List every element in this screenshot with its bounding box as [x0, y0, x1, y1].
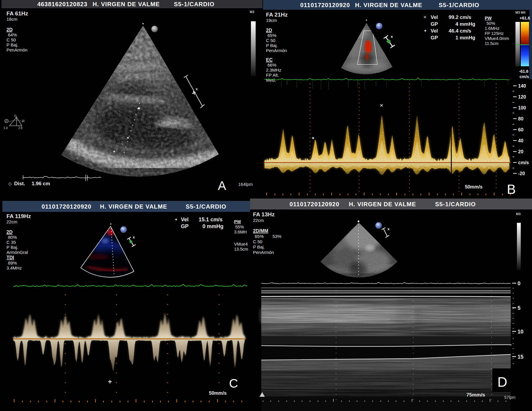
svg-text:GP: GP: [181, 223, 189, 229]
svg-text:VMue4: VMue4: [234, 242, 248, 246]
svg-text:S5-1/CARDIO: S5-1/CARDIO: [435, 201, 476, 207]
svg-text:C 35: C 35: [7, 240, 16, 245]
svg-text:100: 100: [518, 105, 526, 110]
svg-text:22cm: 22cm: [253, 218, 264, 223]
svg-text:P Baj.: P Baj.: [7, 42, 18, 47]
svg-text:89%: 89%: [8, 260, 17, 265]
svg-text:Vel: Vel: [431, 28, 438, 34]
svg-text:GP: GP: [431, 35, 438, 41]
svg-text:P: P: [6, 120, 7, 123]
svg-text:PW: PW: [234, 219, 241, 224]
svg-text:Vel: Vel: [181, 217, 189, 223]
svg-text:cm/s: cm/s: [518, 160, 529, 165]
svg-text:15: 15: [518, 354, 523, 360]
svg-text:H. VIRGEN DE VALME: H. VIRGEN DE VALME: [355, 2, 422, 8]
svg-text:M3: M3: [516, 212, 520, 216]
svg-text:-61.6: -61.6: [519, 69, 528, 74]
svg-text:PenArmón: PenArmón: [266, 48, 287, 53]
svg-text:1.6MHz: 1.6MHz: [485, 26, 499, 31]
svg-text:13.5cm: 13.5cm: [234, 247, 248, 252]
svg-text:53%: 53%: [273, 234, 281, 239]
svg-text:0: 0: [518, 281, 520, 286]
svg-text:x: x: [133, 235, 135, 239]
svg-text:x: x: [387, 227, 390, 231]
svg-text:2.8: 2.8: [18, 126, 22, 130]
svg-text:cm/s: cm/s: [520, 74, 529, 79]
svg-text:50%: 50%: [486, 21, 495, 26]
svg-text:64%: 64%: [8, 32, 17, 37]
svg-text:FA 61Hz: FA 61Hz: [7, 10, 28, 17]
svg-text:2D: 2D: [266, 28, 272, 33]
svg-text:TDI: TDI: [7, 255, 14, 260]
svg-text:1 mmHg: 1 mmHg: [455, 35, 475, 41]
svg-text:4 mmHg: 4 mmHg: [455, 21, 475, 27]
svg-text:FP Alt.: FP Alt.: [266, 72, 279, 78]
svg-text:✦: ✦: [424, 28, 427, 33]
svg-text:19cm: 19cm: [266, 18, 277, 23]
svg-text:60: 60: [518, 127, 523, 132]
svg-text:+61.6: +61.6: [520, 16, 530, 20]
svg-text:46.4 cm/s: 46.4 cm/s: [449, 28, 471, 34]
svg-text:01101720120920: 01101720120920: [42, 203, 92, 210]
svg-text:x: x: [391, 34, 393, 39]
svg-text:2D: 2D: [7, 230, 12, 235]
svg-text:10: 10: [518, 329, 523, 335]
svg-text:140: 140: [518, 83, 526, 88]
svg-text:65%: 65%: [255, 234, 264, 239]
svg-text:50mm/s: 50mm/s: [465, 184, 483, 189]
svg-text:0 mmHg: 0 mmHg: [202, 223, 223, 229]
svg-text:80%: 80%: [8, 235, 17, 240]
svg-text:P Baj.: P Baj.: [266, 43, 278, 48]
svg-text:C 50: C 50: [266, 38, 275, 43]
svg-text:VMue4.0mm: VMue4.0mm: [485, 36, 509, 41]
svg-text:FA 119Hz: FA 119Hz: [7, 213, 31, 219]
svg-text:H. VIRGEN DE VALME: H. VIRGEN DE VALME: [100, 203, 167, 210]
svg-text:11.5cm: 11.5cm: [485, 41, 498, 46]
svg-text:FA 21Hz: FA 21Hz: [266, 12, 288, 18]
svg-text:H. VIRGEN DE VALME: H. VIRGEN DE VALME: [93, 1, 160, 7]
svg-text:66%: 66%: [267, 62, 276, 67]
svg-text:1.96 cm: 1.96 cm: [32, 181, 50, 186]
svg-text:A: A: [218, 179, 226, 193]
svg-text:EC: EC: [266, 57, 273, 62]
svg-text:P Baj.: P Baj.: [253, 244, 265, 249]
svg-text:D: D: [497, 374, 507, 390]
svg-text:46381620120823: 46381620120823: [37, 1, 87, 7]
svg-text:2.3MHz: 2.3MHz: [266, 67, 281, 72]
svg-text:C: C: [229, 376, 238, 390]
svg-text:75mm/s: 75mm/s: [466, 392, 485, 398]
svg-text:2D: 2D: [7, 27, 12, 32]
svg-text:3.6MH: 3.6MH: [234, 230, 247, 234]
svg-text:x: x: [196, 87, 198, 91]
svg-text:80: 80: [518, 116, 523, 121]
svg-text:S5-1/CARDIO: S5-1/CARDIO: [439, 2, 479, 8]
svg-text:57lpm: 57lpm: [504, 395, 515, 400]
svg-text:22cm: 22cm: [7, 219, 17, 224]
svg-text:15.1 cm/s: 15.1 cm/s: [199, 217, 223, 223]
svg-text:164lpm: 164lpm: [238, 182, 253, 187]
svg-text:1.4: 1.4: [4, 126, 8, 130]
svg-text:M3: M3: [250, 10, 254, 14]
svg-text:3.4MHz: 3.4MHz: [7, 265, 22, 270]
svg-text:5: 5: [518, 305, 520, 311]
svg-text:C 50: C 50: [7, 37, 16, 42]
svg-text:55%: 55%: [235, 225, 244, 229]
svg-text:01101720120920: 01101720120920: [300, 2, 350, 8]
svg-text:GP: GP: [431, 21, 438, 27]
svg-text:50mm/s: 50mm/s: [209, 391, 227, 396]
svg-text:-20: -20: [518, 171, 525, 176]
svg-text:◇: ◇: [8, 181, 12, 186]
svg-text:✕: ✕: [423, 15, 427, 20]
svg-text:S5-1/CARDIO: S5-1/CARDIO: [186, 203, 226, 210]
svg-text:01101720120920: 01101720120920: [290, 201, 340, 207]
svg-text:C 50: C 50: [253, 239, 262, 244]
svg-text:2D/MM: 2D/MM: [253, 228, 268, 233]
svg-text:FA 13Hz: FA 13Hz: [253, 211, 275, 217]
svg-text:M3 M4: M3 M4: [515, 11, 526, 14]
svg-text:FP 125Hz: FP 125Hz: [485, 31, 504, 36]
svg-text:✦: ✦: [174, 217, 178, 222]
svg-text:120: 120: [518, 94, 526, 99]
svg-text:H. VIRGEN DE VALME: H. VIRGEN DE VALME: [349, 201, 416, 207]
svg-text:20: 20: [518, 149, 523, 154]
svg-text:PW: PW: [485, 16, 492, 20]
